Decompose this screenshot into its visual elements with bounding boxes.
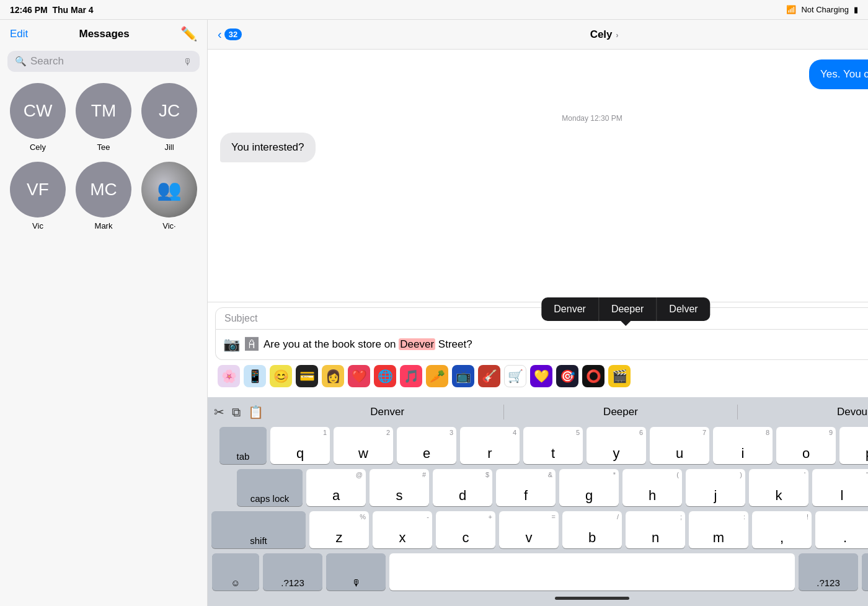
key-w[interactable]: 2w (334, 427, 393, 464)
key-m[interactable]: :m (689, 511, 748, 548)
key-p[interactable]: 0p (839, 427, 868, 464)
message-timestamp: Monday 12:30 PM (562, 114, 622, 123)
key-o[interactable]: 9o (776, 427, 836, 464)
key-q[interactable]: 1q (270, 427, 330, 464)
search-bar[interactable]: 🔍 Search 🎙 (7, 51, 200, 72)
key-i[interactable]: 8i (713, 427, 773, 464)
message-text-input[interactable]: Are you at the book store on Deever Stre… (264, 338, 868, 351)
emoji-key[interactable]: ☺ (212, 553, 259, 591)
contact-item[interactable]: MC Mark (76, 162, 131, 231)
key-comma[interactable]: !, (752, 511, 812, 548)
key-k[interactable]: 'k (749, 469, 808, 506)
key-a[interactable]: @a (306, 469, 366, 506)
app-icon-photos[interactable]: 🌸 (218, 365, 240, 387)
app-icon-music[interactable]: 🎵 (400, 365, 422, 387)
app-icon-avatar[interactable]: 👩 (322, 365, 344, 387)
avatar-tm: TM (76, 83, 131, 139)
suggestion-deeper[interactable]: Deeper (504, 403, 737, 421)
main-layout: Edit Messages ✏️ 🔍 Search 🎙 CW Cely TM T… (0, 20, 868, 606)
avatar-cw: CW (10, 83, 66, 139)
message-bubble-outgoing: Yes. You can ignore for now. (809, 59, 868, 89)
back-button[interactable]: ‹ 32 (218, 27, 242, 42)
app-icon-imdb[interactable]: 🎬 (608, 365, 631, 387)
chat-header: ‹ 32 Cely › (208, 20, 868, 50)
compose-button[interactable]: ✏️ (180, 26, 197, 42)
key-period[interactable]: ?. (815, 511, 868, 548)
key-z[interactable]: %z (309, 511, 369, 548)
numbers-key[interactable]: .?123 (263, 553, 322, 591)
key-n[interactable]: ;n (626, 511, 685, 548)
app-icon-guitar[interactable]: 🎸 (478, 365, 500, 387)
app-icon-yahoo[interactable]: 💛 (530, 365, 552, 387)
app-icon-appstore[interactable]: 📱 (244, 365, 266, 387)
battery-icon: ▮ (854, 5, 858, 14)
keyboard-row-2: caps lock @a #s $d &f *g (h )j 'k "l ret… (208, 467, 868, 509)
key-r[interactable]: 4r (460, 427, 520, 464)
contact-item[interactable]: CW Cely (10, 83, 66, 152)
dictation-key[interactable]: 🎙 (326, 553, 386, 591)
app-icon-ring[interactable]: ⭕ (582, 365, 604, 387)
left-header: Edit Messages ✏️ (0, 20, 207, 47)
numbers-key-right[interactable]: .?123 (799, 553, 858, 591)
key-v[interactable]: =v (499, 511, 559, 548)
capslock-key[interactable]: caps lock (237, 469, 303, 506)
key-c[interactable]: +c (436, 511, 495, 548)
key-h[interactable]: (h (622, 469, 682, 506)
international-key[interactable]: ✈ (862, 553, 868, 591)
key-t[interactable]: 5t (523, 427, 583, 464)
key-l[interactable]: "l (812, 469, 868, 506)
contact-item[interactable]: TM Tee (76, 83, 131, 152)
app-icon-heart[interactable]: ❤️ (348, 365, 370, 387)
key-s[interactable]: #s (370, 469, 429, 506)
key-y[interactable]: 6y (587, 427, 646, 464)
contact-item[interactable]: VF Vic (10, 162, 66, 231)
key-j[interactable]: )j (686, 469, 745, 506)
copy-icon[interactable]: ⧉ (232, 405, 241, 419)
status-time-date: 12:46 PM Thu Mar 4 (10, 5, 94, 15)
contact-name-mark: Mark (95, 221, 113, 231)
tooltip-delver[interactable]: Delver (657, 297, 710, 321)
back-chevron-icon: ‹ (218, 27, 222, 42)
cut-icon[interactable]: ✂ (214, 405, 224, 419)
key-x[interactable]: -x (373, 511, 432, 548)
space-key[interactable] (389, 553, 795, 591)
tooltip-deeper[interactable]: Deeper (599, 297, 657, 321)
camera-button[interactable]: 📷 (223, 336, 240, 353)
appstore-button[interactable]: 🅰 (245, 336, 259, 353)
contact-item[interactable]: JC Jill (141, 83, 197, 152)
status-right: 📶 Not Charging ▮ (786, 5, 858, 14)
key-g[interactable]: *g (559, 469, 619, 506)
app-icon-memoji[interactable]: 😊 (270, 365, 292, 387)
key-u[interactable]: 7u (650, 427, 709, 464)
app-icon-darksky[interactable]: 🎯 (556, 365, 578, 387)
home-bar (555, 597, 629, 600)
paste-icon[interactable]: 📋 (248, 405, 264, 419)
tab-key[interactable]: tab (219, 427, 267, 464)
chat-contact-name[interactable]: Cely › (242, 29, 868, 41)
keyboard-toolbar: ✂ ⧉ 📋 Denver Deeper Devour (208, 400, 868, 424)
suggestion-devour[interactable]: Devour (738, 403, 868, 421)
messages-title: Messages (79, 28, 130, 40)
app-icon-web[interactable]: 🌐 (374, 365, 396, 387)
suggestion-denver[interactable]: Denver (271, 403, 503, 421)
tooltip-denver[interactable]: Denver (541, 297, 599, 321)
wifi-icon: 📶 (786, 5, 796, 14)
avatar-vic2: 👥 (141, 162, 197, 217)
app-icon-ebay[interactable]: 🛒 (504, 365, 526, 387)
key-e[interactable]: 3e (397, 427, 456, 464)
edit-button[interactable]: Edit (10, 28, 28, 40)
key-f[interactable]: &f (496, 469, 556, 506)
app-icon-applepay[interactable]: 💳 (296, 365, 318, 387)
key-b[interactable]: /b (562, 511, 622, 548)
contact-name-tee: Tee (97, 143, 110, 152)
key-d[interactable]: $d (433, 469, 492, 506)
contact-name-jill: Jill (164, 143, 174, 152)
shift-left-key[interactable]: shift (211, 511, 306, 548)
app-icon-instacart[interactable]: 🥕 (426, 365, 448, 387)
keyboard: ✂ ⧉ 📋 Denver Deeper Devour tab 1q 2w 3e … (208, 397, 868, 593)
app-icon-cbs[interactable]: 📺 (452, 365, 474, 387)
contact-item[interactable]: 👥 Vic· (141, 162, 197, 231)
avatar-jc: JC (141, 83, 197, 139)
charging-status: Not Charging (801, 5, 849, 14)
suggestions-bar: Denver Deeper Devour (271, 403, 868, 421)
